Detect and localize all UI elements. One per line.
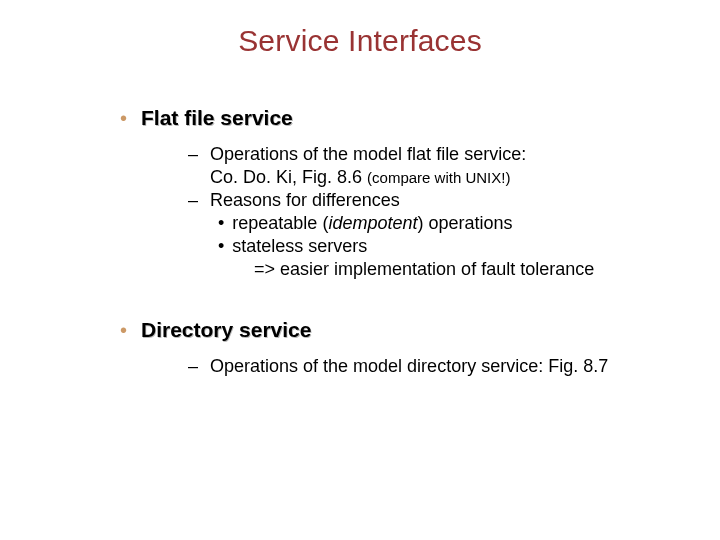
section-1-item-1: – Operations of the model flat file serv… (188, 144, 720, 165)
slide-content: • Flat file service – Operations of the … (0, 58, 720, 377)
dash-icon: – (188, 356, 202, 377)
section-1-item-2: – Reasons for differences (188, 190, 720, 211)
section-1-heading-row: • Flat file service (120, 106, 720, 130)
section-1-item-1-cont: Co. Do. Ki, Fig. 8.6 (compare with UNIX!… (210, 167, 720, 188)
dash-icon: – (188, 190, 202, 211)
slide-title: Service Interfaces (0, 0, 720, 58)
section-2-heading-row: • Directory service (120, 318, 720, 342)
section-1-sub-2-text: stateless servers (232, 236, 367, 257)
sub1-prefix: repeatable ( (232, 213, 328, 233)
bullet-icon: • (218, 236, 224, 257)
bullet-icon: • (218, 213, 224, 234)
section-1-item-1-text: Operations of the model flat file servic… (210, 144, 526, 165)
section-2-heading: Directory service (141, 318, 311, 342)
cont-main: Co. Do. Ki, Fig. 8.6 (210, 167, 367, 187)
bullet-icon: • (120, 320, 127, 340)
section-2-item-1: – Operations of the model directory serv… (188, 356, 720, 377)
bullet-icon: • (120, 108, 127, 128)
sub1-suffix: ) operations (417, 213, 512, 233)
section-1-sub-2-line4: => easier implementation of fault tolera… (254, 259, 720, 280)
section-1-heading: Flat file service (141, 106, 293, 130)
section-1-sub-1: • repeatable (idempotent) operations (218, 213, 720, 234)
sub1-italic: idempotent (328, 213, 417, 233)
cont-small: (compare with UNIX!) (367, 169, 510, 186)
dash-icon: – (188, 144, 202, 165)
section-1-sub-2: • stateless servers (218, 236, 720, 257)
section-1-item-2-text: Reasons for differences (210, 190, 400, 211)
section-2-item-1-text: Operations of the model directory servic… (210, 356, 608, 377)
section-1-sub-1-text: repeatable (idempotent) operations (232, 213, 512, 234)
